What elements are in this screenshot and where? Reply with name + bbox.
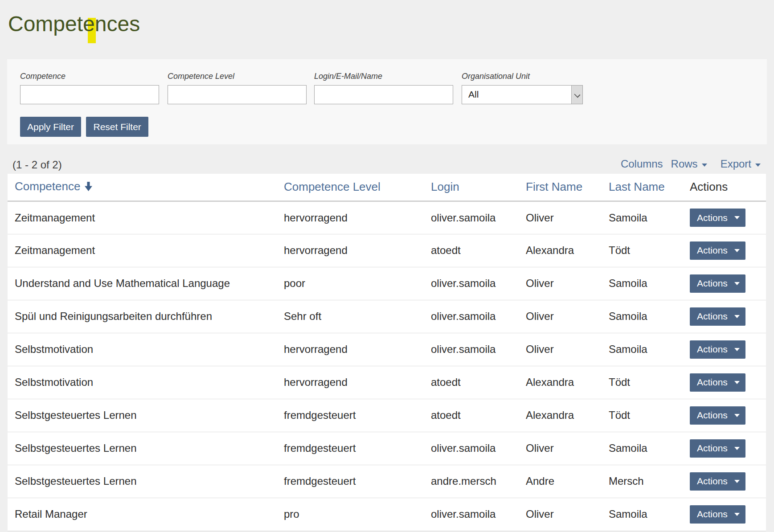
cell-last-name: Samoila — [602, 498, 683, 531]
table-row: Selbstgesteuertes Lernen fremdgesteuert … — [8, 399, 766, 432]
cell-competence: Retail Manager — [8, 498, 277, 531]
caret-down-icon — [734, 282, 740, 285]
cell-login: oliver.samoila — [424, 300, 519, 333]
cell-actions: Actions — [683, 465, 766, 498]
cell-login: andre.mersch — [424, 465, 519, 498]
table-row: Understand and Use Mathematical Language… — [8, 267, 766, 300]
filter-input-competence[interactable] — [20, 85, 159, 104]
cell-login: oliver.samoila — [424, 201, 519, 234]
cell-first-name: Oliver — [519, 498, 602, 531]
export-dropdown[interactable]: Export — [721, 158, 761, 170]
row-actions-button[interactable]: Actions — [690, 241, 745, 260]
cell-actions: Actions — [683, 267, 766, 300]
table-row: Zeitmanagement hervorragend atoedt Alexa… — [8, 234, 766, 267]
cell-competence: Zeitmanagement — [8, 234, 277, 267]
row-actions-button[interactable]: Actions — [690, 209, 745, 227]
table-header-row: Competence Competence Level Login First … — [8, 174, 766, 201]
row-actions-button[interactable]: Actions — [690, 406, 745, 425]
caret-down-icon — [734, 249, 740, 252]
cell-competence-level: poor — [277, 267, 424, 300]
table-row: Selbstgesteuertes Lernen fremdgesteuert … — [8, 432, 766, 465]
cell-first-name: Andre — [519, 465, 602, 498]
filter-label-org-unit: Organisational Unit — [462, 72, 530, 81]
cell-competence-level: pro — [277, 498, 424, 531]
table-row: Selbstgesteuertes Lernen fremdgesteuert … — [8, 465, 766, 498]
filter-input-login[interactable] — [314, 85, 453, 104]
cell-last-name: Mersch — [602, 465, 683, 498]
cell-first-name: Alexandra — [519, 234, 602, 267]
row-actions-button[interactable]: Actions — [690, 340, 745, 359]
table-toolbar: (1 - 2 of 2) Columns Rows Export — [12, 158, 761, 173]
reset-filter-button[interactable]: Reset Filter — [86, 117, 148, 137]
cell-first-name: Alexandra — [519, 399, 602, 432]
cell-competence: Selbstgesteuertes Lernen — [8, 465, 277, 498]
caret-down-icon — [734, 480, 740, 483]
cell-competence: Selbstmotivation — [8, 366, 277, 399]
row-actions-button[interactable]: Actions — [690, 373, 745, 392]
filter-select-org-unit[interactable]: All — [462, 85, 583, 104]
apply-filter-button[interactable]: Apply Filter — [20, 117, 81, 137]
cell-last-name: Samoila — [602, 267, 683, 300]
cell-actions: Actions — [683, 234, 766, 267]
cell-login: atoedt — [424, 366, 519, 399]
row-count: (1 - 2 of 2) — [12, 159, 62, 171]
table-row: Selbstmotivation hervorragend atoedt Ale… — [8, 366, 766, 399]
filter-label-competence: Competence — [20, 72, 66, 81]
cell-last-name: Tödt — [602, 234, 683, 267]
cell-last-name: Tödt — [602, 399, 683, 432]
table-row: Selbstmotivation hervorragend oliver.sam… — [8, 333, 766, 366]
table-row: Spül und Reinigungsarbeiten durchführen … — [8, 300, 766, 333]
cell-competence-level: hervorragend — [277, 201, 424, 234]
cell-actions: Actions — [683, 432, 766, 465]
caret-down-icon — [702, 164, 707, 167]
filter-label-login: Login/E-Mail/Name — [314, 72, 382, 81]
column-header-actions: Actions — [683, 174, 766, 201]
row-actions-button[interactable]: Actions — [690, 472, 745, 491]
filter-input-competence-level[interactable] — [168, 85, 307, 104]
toolbar-links: Columns Rows Export — [621, 158, 761, 170]
caret-down-icon — [734, 414, 740, 417]
caret-down-icon — [734, 348, 740, 351]
column-header-competence[interactable]: Competence — [8, 174, 277, 201]
cell-competence-level: fremdgesteuert — [277, 432, 424, 465]
sort-descending-icon — [84, 181, 93, 195]
row-actions-button[interactable]: Actions — [690, 505, 745, 524]
cell-first-name: Oliver — [519, 201, 602, 234]
columns-link[interactable]: Columns — [621, 158, 663, 170]
cell-competence: Spül und Reinigungsarbeiten durchführen — [8, 300, 277, 333]
rows-dropdown[interactable]: Rows — [671, 158, 707, 170]
cell-actions: Actions — [683, 201, 766, 234]
cell-login: atoedt — [424, 399, 519, 432]
caret-down-icon — [755, 164, 761, 167]
cell-last-name: Samoila — [602, 432, 683, 465]
filter-label-competence-level: Competence Level — [168, 72, 234, 81]
cell-competence-level: fremdgesteuert — [277, 399, 424, 432]
filter-select-value: All — [468, 89, 479, 100]
column-header-login[interactable]: Login — [424, 174, 519, 201]
caret-down-icon — [734, 216, 740, 219]
column-header-first-name[interactable]: First Name — [519, 174, 602, 201]
column-header-last-name[interactable]: Last Name — [602, 174, 683, 201]
cell-first-name: Oliver — [519, 267, 602, 300]
chevron-down-icon — [571, 86, 582, 104]
caret-down-icon — [734, 513, 740, 516]
row-actions-button[interactable]: Actions — [690, 439, 745, 458]
cell-competence-level: fremdgesteuert — [277, 465, 424, 498]
cell-last-name: Samoila — [602, 201, 683, 234]
cell-competence: Selbstgesteuertes Lernen — [8, 432, 277, 465]
row-actions-button[interactable]: Actions — [690, 307, 745, 326]
cell-first-name: Oliver — [519, 300, 602, 333]
row-actions-button[interactable]: Actions — [690, 274, 745, 293]
caret-down-icon — [734, 381, 740, 384]
cell-actions: Actions — [683, 366, 766, 399]
cell-actions: Actions — [683, 333, 766, 366]
cell-competence-level: hervorragend — [277, 333, 424, 366]
cell-first-name: Alexandra — [519, 366, 602, 399]
column-header-competence-level[interactable]: Competence Level — [277, 174, 424, 201]
filter-buttons: Apply Filter Reset Filter — [20, 117, 152, 137]
cell-first-name: Oliver — [519, 333, 602, 366]
cell-competence-level: hervorragend — [277, 366, 424, 399]
caret-down-icon — [734, 315, 740, 318]
cell-actions: Actions — [683, 300, 766, 333]
cell-actions: Actions — [683, 399, 766, 432]
